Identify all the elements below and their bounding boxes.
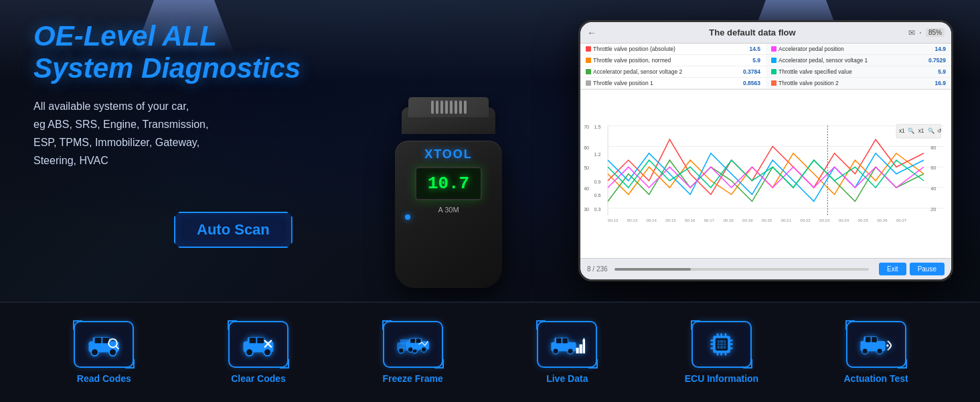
svg-text:70: 70 bbox=[584, 125, 589, 130]
data-label-6: Throttle valve specified value bbox=[771, 68, 852, 75]
svg-text:40: 40 bbox=[930, 186, 936, 192]
pin-5 bbox=[450, 100, 453, 114]
svg-text:60: 60 bbox=[930, 165, 936, 171]
svg-rect-67 bbox=[410, 339, 415, 343]
device-screen: 10.7 bbox=[415, 167, 482, 200]
data-value-5: 0.3784 bbox=[743, 68, 760, 75]
feature-icon-box-ecu bbox=[691, 321, 752, 368]
svg-rect-88 bbox=[717, 334, 719, 337]
tablet-footer: 8 / 236 Exit Pause bbox=[580, 258, 951, 279]
data-label-1: Throttle valve position (absolute) bbox=[586, 46, 675, 52]
feature-label-ecu: ECU Information bbox=[685, 373, 758, 384]
svg-point-106 bbox=[886, 344, 888, 346]
device-model: A 30M bbox=[395, 206, 502, 214]
svg-text:00:24: 00:24 bbox=[839, 218, 849, 222]
svg-point-49 bbox=[91, 348, 98, 356]
svg-rect-91 bbox=[717, 352, 719, 356]
color-dot-8 bbox=[771, 80, 777, 86]
svg-point-75 bbox=[553, 348, 558, 354]
svg-rect-68 bbox=[416, 339, 420, 343]
data-label-7: Throttle valve position 1 bbox=[586, 80, 653, 86]
desc-line3: ESP, TPMS, Immobilizer, Gateway, bbox=[33, 133, 301, 151]
svg-rect-102 bbox=[866, 337, 871, 342]
svg-rect-47 bbox=[95, 338, 102, 343]
pin-2 bbox=[436, 100, 438, 114]
pin-4 bbox=[445, 100, 448, 114]
feature-live-data: Live Data bbox=[513, 321, 621, 384]
svg-rect-98 bbox=[730, 343, 733, 345]
tablet-screen: ← The default data flow ✉ ⋅ 85% Throttle… bbox=[578, 20, 953, 281]
svg-text:00:14: 00:14 bbox=[646, 218, 657, 222]
data-value-7: 0.8563 bbox=[743, 80, 760, 86]
pin-8 bbox=[464, 100, 467, 114]
svg-text:00:22: 00:22 bbox=[800, 218, 811, 222]
data-label-3: Throttle valve position, normed bbox=[586, 57, 671, 64]
headline: OE-Level ALL System Diagnostics bbox=[33, 20, 301, 85]
headline-line1: OE-Level ALL bbox=[33, 20, 301, 52]
svg-point-63 bbox=[398, 348, 404, 353]
svg-text:50: 50 bbox=[584, 165, 589, 171]
svg-text:x1: x1 bbox=[918, 128, 924, 134]
data-row-2: Accelerator pedal position 14.9 bbox=[766, 44, 951, 55]
svg-rect-103 bbox=[872, 337, 877, 342]
svg-point-50 bbox=[109, 348, 116, 356]
svg-text:00:20: 00:20 bbox=[762, 218, 772, 222]
svg-marker-80 bbox=[582, 338, 585, 341]
svg-text:00:21: 00:21 bbox=[781, 218, 792, 222]
desc-line2: eg ABS, SRS, Engine, Transmission, bbox=[33, 115, 301, 133]
svg-rect-77 bbox=[576, 348, 579, 353]
svg-point-57 bbox=[246, 348, 253, 356]
data-value-8: 16.9 bbox=[934, 80, 946, 86]
exit-button[interactable]: Exit bbox=[879, 263, 906, 275]
color-dot-6 bbox=[771, 69, 777, 74]
device-display-number: 10.7 bbox=[428, 174, 469, 194]
chart-svg: 70 60 50 40 30 1.5 1.2 0.9 0.6 0.3 bbox=[580, 90, 951, 258]
data-row-8: Throttle valve position 2 16.9 bbox=[766, 78, 951, 89]
feature-icon-box-clear-codes bbox=[228, 321, 289, 368]
desc-line1: All available systems of your car, bbox=[33, 97, 301, 115]
data-value-2: 14.9 bbox=[934, 46, 946, 52]
svg-rect-95 bbox=[710, 343, 714, 345]
color-dot-7 bbox=[586, 80, 591, 86]
svg-point-58 bbox=[264, 348, 271, 356]
svg-text:🔍: 🔍 bbox=[928, 127, 935, 135]
svg-rect-93 bbox=[725, 352, 727, 356]
svg-text:0.9: 0.9 bbox=[594, 180, 601, 185]
obd-device: XTOOL 10.7 A 30M bbox=[388, 114, 509, 288]
live-data-icon bbox=[549, 331, 585, 358]
pin-7 bbox=[459, 100, 462, 114]
svg-rect-78 bbox=[580, 344, 582, 354]
pause-button[interactable]: Pause bbox=[910, 263, 945, 275]
svg-text:00:13: 00:13 bbox=[627, 218, 638, 222]
svg-text:00:19: 00:19 bbox=[742, 218, 753, 222]
device-top bbox=[402, 107, 495, 134]
device-body: XTOOL 10.7 A 30M bbox=[395, 141, 502, 288]
svg-text:00:12: 00:12 bbox=[608, 218, 619, 222]
scrollbar[interactable] bbox=[615, 268, 869, 271]
svg-text:↺: ↺ bbox=[937, 128, 942, 134]
svg-text:30: 30 bbox=[584, 207, 589, 212]
data-label-8: Throttle valve position 2 bbox=[771, 80, 839, 86]
left-text-block: OE-Level ALL System Diagnostics All avai… bbox=[33, 20, 301, 170]
feature-ecu-information: ECU Information bbox=[668, 321, 775, 384]
feature-icon-box-read-codes bbox=[74, 321, 134, 368]
feature-label-actuation: Actuation Test bbox=[844, 373, 908, 384]
svg-rect-83 bbox=[718, 340, 726, 349]
svg-point-105 bbox=[876, 348, 882, 354]
svg-text:00:23: 00:23 bbox=[819, 218, 830, 222]
feature-label-read-codes: Read Codes bbox=[77, 373, 131, 384]
svg-text:x1: x1 bbox=[899, 128, 905, 134]
svg-point-76 bbox=[568, 348, 573, 354]
device-connector bbox=[408, 97, 489, 117]
data-row-7: Throttle valve position 1 0.8563 bbox=[580, 78, 766, 89]
svg-text:00:26: 00:26 bbox=[877, 218, 888, 222]
auto-scan-button[interactable]: Auto Scan bbox=[174, 212, 293, 248]
page-info: 8 / 236 bbox=[587, 265, 608, 273]
svg-rect-56 bbox=[257, 338, 264, 343]
feature-icon-box-freeze-frame bbox=[383, 321, 443, 368]
feature-read-codes: Read Codes bbox=[50, 321, 157, 384]
battery-indicator: 85% bbox=[926, 28, 945, 37]
feature-label-freeze-frame: Freeze Frame bbox=[383, 373, 443, 384]
svg-rect-99 bbox=[730, 348, 733, 350]
back-arrow-icon[interactable]: ← bbox=[587, 27, 596, 38]
